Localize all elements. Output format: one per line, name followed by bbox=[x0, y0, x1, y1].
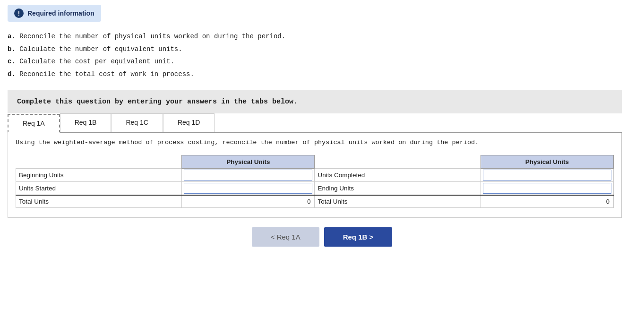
tab-req1b[interactable]: Req 1B bbox=[60, 113, 112, 132]
total-row: Total Units 0 Total Units 0 bbox=[16, 195, 614, 208]
ending-units-label: Ending Units bbox=[315, 182, 481, 196]
info-icon: ! bbox=[14, 9, 24, 18]
required-banner: ! Required information bbox=[8, 5, 101, 22]
units-table: Physical Units Physical Units Beginning … bbox=[16, 155, 614, 208]
prev-button[interactable]: < Req 1A bbox=[252, 227, 319, 247]
left-total-units-value: 0 bbox=[182, 195, 315, 208]
ending-units-input-cell[interactable] bbox=[481, 182, 613, 196]
instruction-c: c. Calculate the cost per equivalent uni… bbox=[8, 55, 636, 68]
instruction-a: a. Reconcile the number of physical unit… bbox=[8, 30, 636, 43]
beginning-units-input-cell[interactable] bbox=[182, 169, 315, 182]
tab-description: Using the weighted-average method of pro… bbox=[16, 138, 614, 147]
next-button[interactable]: Req 1B > bbox=[324, 227, 393, 247]
table-row: Units Started Ending Units bbox=[16, 182, 614, 196]
instructions-list: a. Reconcile the number of physical unit… bbox=[8, 30, 636, 80]
units-started-label: Units Started bbox=[16, 182, 182, 196]
tab-req1d[interactable]: Req 1D bbox=[163, 113, 215, 132]
tab-content-req1a: Using the weighted-average method of pro… bbox=[8, 133, 622, 218]
banner-text: Required information bbox=[27, 9, 94, 17]
units-started-input[interactable] bbox=[184, 183, 312, 194]
units-completed-label: Units Completed bbox=[315, 169, 481, 182]
left-total-units-label: Total Units bbox=[16, 195, 182, 208]
right-total-units-value: 0 bbox=[481, 195, 613, 208]
beginning-units-input[interactable] bbox=[184, 170, 312, 180]
units-completed-input-cell[interactable] bbox=[481, 169, 613, 182]
nav-buttons: < Req 1A Req 1B > bbox=[8, 227, 636, 247]
ending-units-input[interactable] bbox=[483, 183, 611, 194]
units-started-input-cell[interactable] bbox=[182, 182, 315, 196]
tab-req1c[interactable]: Req 1C bbox=[111, 113, 163, 132]
complete-question-text: Complete this question by entering your … bbox=[17, 98, 298, 106]
tabs-container: Req 1A Req 1B Req 1C Req 1D bbox=[8, 113, 622, 133]
left-physical-units-header: Physical Units bbox=[182, 155, 315, 169]
instruction-b: b. Calculate the number of equivalent un… bbox=[8, 43, 636, 56]
complete-question-box: Complete this question by entering your … bbox=[8, 90, 622, 113]
table-row: Beginning Units Units Completed bbox=[16, 169, 614, 182]
instruction-d: d. Reconcile the total cost of work in p… bbox=[8, 68, 636, 81]
units-completed-input[interactable] bbox=[483, 170, 611, 180]
right-total-units-label: Total Units bbox=[315, 195, 481, 208]
beginning-units-label: Beginning Units bbox=[16, 169, 182, 182]
tab-req1a[interactable]: Req 1A bbox=[8, 114, 60, 133]
right-physical-units-header: Physical Units bbox=[481, 155, 613, 169]
